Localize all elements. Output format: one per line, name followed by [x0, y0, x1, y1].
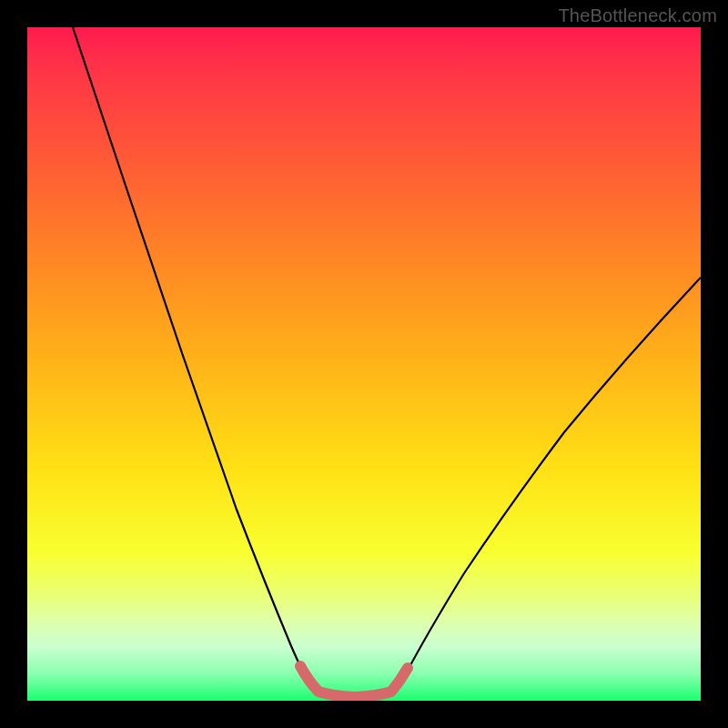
watermark-text: TheBottleneck.com: [558, 5, 717, 26]
chart-frame: TheBottleneck.com: [0, 0, 728, 728]
bottleneck-curve-right: [404, 278, 701, 677]
plot-area: [27, 27, 701, 701]
highlight-sweet-spot: [300, 666, 408, 697]
bottleneck-curve-left: [73, 27, 309, 682]
curve-layer: [27, 27, 701, 701]
